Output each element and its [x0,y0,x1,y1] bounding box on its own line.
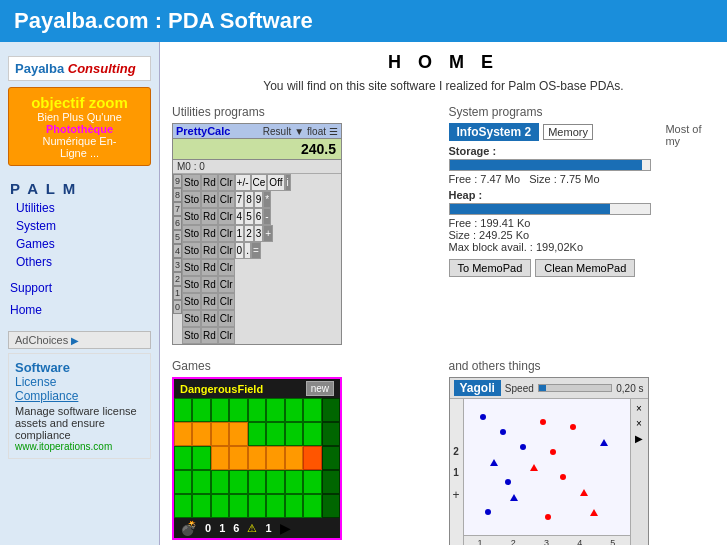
calc-btn-1[interactable]: 1 [235,225,245,242]
calc-rd-1[interactable]: Rd [201,310,218,327]
calc-sto-9[interactable]: Sto [182,174,201,191]
calc-float-label: float [307,126,326,137]
calc-row-0: 0 [173,300,182,314]
calc-btn-i[interactable]: i [285,174,291,191]
dot-tri-red-1 [530,464,538,471]
calc-rd-7[interactable]: Rd [201,208,218,225]
calc-btn-plusminus[interactable]: +/- [235,174,251,191]
games-col: Games DangerousField new [172,359,439,545]
yagoli-icon-2: × [636,418,642,429]
calc-rd-9[interactable]: Rd [201,174,218,191]
calc-btn-3[interactable]: 3 [254,225,264,242]
calc-btn-eq[interactable]: = [251,242,261,259]
calc-rd-5[interactable]: Rd [201,242,218,259]
calc-row-7: 7 [173,202,182,216]
ad-license[interactable]: License [15,375,144,389]
page-header: Payalba.com : PDA Software [0,0,727,42]
calc-top-bar: PrettyCalc Result ▼ float ☰ [173,124,341,139]
others-col: and others things Yagoli Speed 0,20 s [449,359,716,545]
dot-blue-2 [500,429,506,435]
calc-btn-2[interactable]: 2 [244,225,254,242]
calc-row-4: 4 [173,244,182,258]
calc-rd-8[interactable]: Rd [201,191,218,208]
calc-clr-4[interactable]: Clr [218,259,235,276]
calc-body: 9 8 7 6 5 4 3 2 1 0 S [173,174,341,344]
infosys-dropdown[interactable]: Memory [543,124,593,140]
calc-clr-0[interactable]: Clr [218,327,235,344]
calc-row-labels: 9 8 7 6 5 4 3 2 1 0 [173,174,182,344]
sidebar-support[interactable]: Support [0,277,159,299]
calc-clr-2[interactable]: Clr [218,293,235,310]
ad-link[interactable]: www.itoperations.com [15,441,144,452]
calc-btn-8[interactable]: 8 [244,191,254,208]
yagoli-plus-icon[interactable]: + [452,488,459,502]
calc-btn-ce[interactable]: Ce [251,174,268,191]
yagoli-widget: Yagoli Speed 0,20 s 2 1 + [449,377,649,545]
calc-row-6: 6 [173,216,182,230]
calc-sto-8[interactable]: Sto [182,191,201,208]
sidebar-item-others[interactable]: Others [0,253,159,271]
calc-rd-6[interactable]: Rd [201,225,218,242]
calc-rd-4[interactable]: Rd [201,259,218,276]
calc-btn-dot[interactable]: . [244,242,251,259]
calc-btn-4[interactable]: 4 [235,208,245,225]
calc-clr-5[interactable]: Clr [218,242,235,259]
most-of-my-text: Most of my [665,123,715,147]
infosys-free-heap: Free : 199.41 Ko [449,217,652,229]
calc-clr-6[interactable]: Clr [218,225,235,242]
calc-btn-9[interactable]: 9 [254,191,264,208]
dfield-new-btn[interactable]: new [306,381,334,396]
calc-clr-8[interactable]: Clr [218,191,235,208]
calc-rd-2[interactable]: Rd [201,293,218,310]
ad-description: Manage software license assets and ensur… [15,405,144,441]
ad-box-title: objectif zoom [15,94,144,111]
dfield-stat3: 6 [233,522,239,534]
calc-sto-7[interactable]: Sto [182,208,201,225]
yagoli-right-sidebar: × × ▶ [630,399,648,545]
infosys-heap-bar [449,203,652,215]
sidebar-item-games[interactable]: Games [0,235,159,253]
calc-btn-5[interactable]: 5 [244,208,254,225]
calc-sto-0[interactable]: Sto [182,327,201,344]
sidebar-item-system[interactable]: System [0,217,159,235]
calc-sto-2[interactable]: Sto [182,293,201,310]
calc-mode: M0 : 0 [173,160,341,174]
infosys-clean-btn[interactable]: Clean MemoPad [535,259,635,277]
calc-row-123: 1 2 3 + [235,225,341,242]
calc-btn-0[interactable]: 0 [235,242,245,259]
infosys-free-label: Free : 7.47 Mo [449,173,521,185]
calc-btn-plus[interactable]: + [263,225,273,242]
ad-choices-icon: ▶ [71,335,79,346]
calc-clr-1[interactable]: Clr [218,310,235,327]
dfield-board [174,398,340,518]
ad-software[interactable]: Software [15,360,144,375]
yagoli-col-3: 3 [544,538,549,546]
sidebar-item-utilities[interactable]: Utilities [0,199,159,217]
calc-sto-4[interactable]: Sto [182,259,201,276]
calc-sto-6[interactable]: Sto [182,225,201,242]
calc-sto-3[interactable]: Sto [182,276,201,293]
calc-sto-1[interactable]: Sto [182,310,201,327]
ad-compliance[interactable]: Compliance [15,389,144,403]
calc-btn-7[interactable]: 7 [235,191,245,208]
ad-box-line4: Ligne ... [15,147,144,159]
calc-rd-0[interactable]: Rd [201,327,218,344]
calc-btn-off[interactable]: Off [267,174,284,191]
calc-btn-mul[interactable]: * [263,191,271,208]
calc-sto-5[interactable]: Sto [182,242,201,259]
infosys-heap-bar-fill [450,204,611,214]
dfield-top: DangerousField new [174,379,340,398]
header-title: Payalba.com : PDA Software [14,8,313,33]
calc-clr-3[interactable]: Clr [218,276,235,293]
infosys-mempad-btn[interactable]: To MemoPad [449,259,532,277]
calc-clr-7[interactable]: Clr [218,208,235,225]
yagoli-speed-bar [538,384,612,392]
calc-rd-3[interactable]: Rd [201,276,218,293]
calc-btn-6[interactable]: 6 [254,208,264,225]
sidebar-home[interactable]: Home [0,299,159,321]
yagoli-left-bar: 2 1 + [450,399,464,545]
calc-clr-9[interactable]: Clr [218,174,235,191]
calc-arrow-icon: ▼ [294,126,304,137]
calc-btn-minus[interactable]: - [263,208,270,225]
infosys-storage-bar [449,159,652,171]
